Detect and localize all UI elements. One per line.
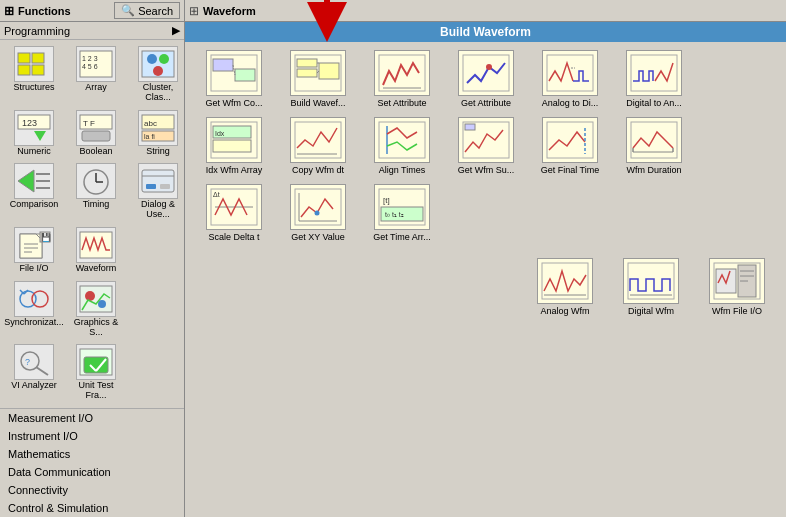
svg-text:123: 123 xyxy=(22,118,37,128)
cluster-icon xyxy=(138,46,178,82)
svg-point-92 xyxy=(315,210,320,215)
set-attribute-item[interactable]: Set Attribute xyxy=(361,48,443,111)
get-final-time-icon xyxy=(542,117,598,163)
grid-row1: Get Wfm Co... Build Wavef... xyxy=(185,42,786,113)
build-wavef-icon xyxy=(290,50,346,96)
svg-rect-73 xyxy=(213,140,251,152)
get-wfm-co-icon xyxy=(206,50,262,96)
get-attribute-icon xyxy=(458,50,514,96)
svg-text:?: ? xyxy=(25,357,30,367)
bottom-icons-row: Analog Wfm Digital Wfm xyxy=(185,246,786,325)
functions-icon: ⊞ xyxy=(4,4,14,18)
digital-an-item[interactable]: Digital to An... xyxy=(613,48,695,111)
get-time-arr-item[interactable]: [t] t₀ t₁ t₂ Get Time Arr... xyxy=(361,182,443,245)
measurement-io-item[interactable]: Measurement I/O xyxy=(0,409,184,427)
wfm-duration-item[interactable]: Wfm Duration xyxy=(613,115,695,178)
svg-rect-0 xyxy=(18,53,30,63)
svg-rect-99 xyxy=(628,263,674,299)
analog-di-item[interactable]: Analog to Di... xyxy=(529,48,611,111)
wfm-file-io-item[interactable]: Wfm File I/O xyxy=(696,256,778,319)
instrument-io-item[interactable]: Instrument I/O xyxy=(0,427,184,445)
timing-item[interactable]: Timing xyxy=(66,161,126,223)
boolean-item[interactable]: T F Boolean xyxy=(66,108,126,160)
comparison-item[interactable]: Comparison xyxy=(4,161,64,223)
structures-item[interactable]: Structures xyxy=(4,44,64,106)
svg-rect-2 xyxy=(18,65,30,75)
vianalyzer-item[interactable]: ? VI Analyzer xyxy=(4,342,64,404)
cluster-item[interactable]: Cluster, Clas... xyxy=(128,44,184,106)
content-area: Get Wfm Co... Build Wavef... xyxy=(185,42,786,325)
waveform-bar-label: Waveform xyxy=(203,5,256,17)
control-simulation-label: Control & Simulation xyxy=(8,502,108,514)
svg-point-43 xyxy=(85,291,95,301)
get-attribute-item[interactable]: Get Attribute xyxy=(445,48,527,111)
svg-point-9 xyxy=(159,54,169,64)
functions-header: ⊞ Functions 🔍 Search xyxy=(0,0,184,22)
svg-rect-60 xyxy=(297,69,317,77)
build-wavef-item[interactable]: Build Wavef... xyxy=(277,48,359,111)
analog-wfm-label: Analog Wfm xyxy=(540,306,589,317)
connectivity-item[interactable]: Connectivity xyxy=(0,481,184,499)
get-xy-value-label: Get XY Value xyxy=(291,232,345,243)
synchronization-icon xyxy=(14,281,54,317)
align-times-item[interactable]: Align Times xyxy=(361,115,443,178)
idx-wfm-array-icon: Idx xyxy=(206,117,262,163)
get-final-time-label: Get Final Time xyxy=(541,165,600,176)
unittest-icon xyxy=(76,344,116,380)
svg-rect-31 xyxy=(160,184,170,189)
svg-rect-79 xyxy=(465,124,475,130)
scale-delta-t-icon: Δt xyxy=(206,184,262,230)
programming-section: Programming ▶ xyxy=(0,22,184,40)
fileio-item[interactable]: 💾 File I/O xyxy=(4,225,64,277)
svg-text:4 5 6: 4 5 6 xyxy=(82,63,98,70)
unittest-item[interactable]: Unit Test Fra... xyxy=(66,342,126,404)
grid-row2: Idx Idx Wfm Array Copy Wfm dt xyxy=(185,113,786,180)
array-label: Array xyxy=(85,83,107,93)
graphics-item[interactable]: Graphics & S... xyxy=(66,279,126,341)
get-wfm-su-item[interactable]: Get Wfm Su... xyxy=(445,115,527,178)
digital-wfm-item[interactable]: Digital Wfm xyxy=(610,256,692,319)
get-wfm-su-label: Get Wfm Su... xyxy=(458,165,515,176)
get-time-arr-icon: [t] t₀ t₁ t₂ xyxy=(374,184,430,230)
svg-rect-75 xyxy=(295,122,341,158)
get-wfm-su-icon xyxy=(458,117,514,163)
graphics-label: Graphics & S... xyxy=(68,318,124,338)
svg-rect-30 xyxy=(146,184,156,189)
control-simulation-item[interactable]: Control & Simulation xyxy=(0,499,184,517)
svg-line-46 xyxy=(36,367,48,375)
analog-wfm-icon xyxy=(537,258,593,304)
fileio-icon: 💾 xyxy=(14,227,54,263)
analog-wfm-item[interactable]: Analog Wfm xyxy=(524,256,606,319)
get-wfm-co-item[interactable]: Get Wfm Co... xyxy=(193,48,275,111)
array-item[interactable]: 1 2 3 4 5 6 Array xyxy=(66,44,126,106)
svg-point-10 xyxy=(153,66,163,76)
get-wfm-co-label: Get Wfm Co... xyxy=(205,98,262,109)
scale-delta-t-label: Scale Delta t xyxy=(208,232,259,243)
get-final-time-item[interactable]: Get Final Time xyxy=(529,115,611,178)
search-button[interactable]: 🔍 Search xyxy=(114,2,180,19)
numeric-item[interactable]: 123 Numeric xyxy=(4,108,64,160)
unittest-label: Unit Test Fra... xyxy=(68,381,124,401)
set-attribute-label: Set Attribute xyxy=(377,98,426,109)
waveform-item[interactable]: Waveform xyxy=(66,225,126,277)
mathematics-item[interactable]: Mathematics xyxy=(0,445,184,463)
timing-icon xyxy=(76,163,116,199)
svg-rect-56 xyxy=(235,69,255,81)
vianalyzer-label: VI Analyzer xyxy=(11,381,57,391)
synchronization-item[interactable]: Synchronizat... xyxy=(4,279,64,341)
svg-text:[t]: [t] xyxy=(383,196,390,205)
dialog-item[interactable]: Dialog & Use... xyxy=(128,161,184,223)
programming-arrow: ▶ xyxy=(172,24,180,37)
copy-wfm-dt-item[interactable]: Copy Wfm dt xyxy=(277,115,359,178)
idx-wfm-array-item[interactable]: Idx Idx Wfm Array xyxy=(193,115,275,178)
wfm-file-io-icon xyxy=(709,258,765,304)
string-item[interactable]: abc la fi String xyxy=(128,108,184,160)
scale-delta-t-item[interactable]: Δt Scale Delta t xyxy=(193,182,275,245)
synchronization-label: Synchronizat... xyxy=(4,318,64,328)
copy-wfm-dt-icon xyxy=(290,117,346,163)
get-xy-value-item[interactable]: Get XY Value xyxy=(277,182,359,245)
svg-rect-82 xyxy=(631,122,677,158)
data-communication-item[interactable]: Data Communication xyxy=(0,463,184,481)
wfm-file-io-label: Wfm File I/O xyxy=(712,306,762,317)
svg-text:la fi: la fi xyxy=(144,133,155,140)
